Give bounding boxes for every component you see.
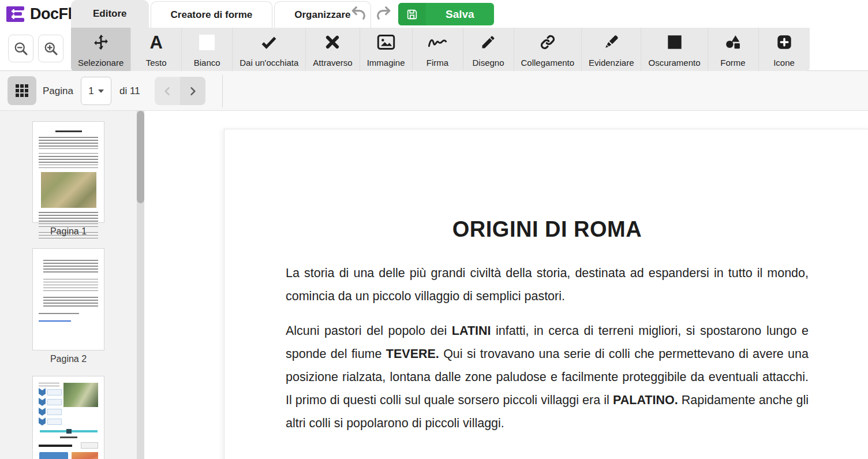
tool-strip: Selezionare A Testo Bianco Dai un'occhia… <box>71 28 810 71</box>
tool-testo-label: Testo <box>146 58 167 68</box>
thumbnail-timeline-bar <box>40 430 98 432</box>
tool-forme-label: Forme <box>720 58 745 68</box>
page-number-value: 1 <box>88 85 93 97</box>
tool-attraverso[interactable]: Attraverso <box>306 28 360 71</box>
para2-text: Alcuni pastori del popolo dei <box>286 324 452 338</box>
chevron-left-icon <box>162 85 173 97</box>
tool-disegno-label: Disegno <box>473 58 504 68</box>
shapes-icon <box>724 32 742 53</box>
document-paragraph-2: Alcuni pastori del popolo dei LATINI inf… <box>286 319 809 435</box>
check-icon <box>260 32 278 53</box>
thumbnail-page-2[interactable]: Pagina 2 <box>32 248 104 364</box>
para2-bold-palatino: PALATINO. <box>613 393 678 407</box>
tool-dai-unocchiata-label: Dai un'occhiata <box>240 58 298 68</box>
cross-icon <box>324 32 341 53</box>
thumbnail-aerial-image <box>41 172 96 208</box>
tool-disegno[interactable]: Disegno <box>463 28 514 71</box>
tool-firma-label: Firma <box>426 58 448 68</box>
move-icon <box>92 32 110 53</box>
page-label: Pagina <box>43 71 73 111</box>
tool-oscuramento-label: Oscuramento <box>648 58 700 68</box>
zoom-out-button[interactable] <box>8 35 33 62</box>
tool-bianco-label: Bianco <box>194 58 220 68</box>
image-icon <box>377 32 395 53</box>
thumbnail-grid-button[interactable] <box>8 76 36 105</box>
link-icon <box>539 32 556 53</box>
page-nav-bar: Pagina 1 di 11 <box>0 71 868 111</box>
docfly-logo[interactable]: DocFly <box>5 3 80 25</box>
tab-editore[interactable]: Editore <box>71 0 149 28</box>
tool-evidenziare-label: Evidenziare <box>589 58 634 68</box>
thumbnail-map-image <box>72 452 98 459</box>
tab-creatore-label: Creatore di forme <box>171 9 253 21</box>
redact-icon <box>667 32 683 53</box>
page-number-dropdown[interactable]: 1 <box>81 77 111 105</box>
page-pager <box>155 77 205 105</box>
content-area: Pagina 1 Pagina 2 <box>0 111 868 459</box>
document-paragraph-1: La storia di una delle più grandi civilt… <box>286 262 809 308</box>
thumbnail-page-1[interactable]: Pagina 1 <box>32 121 104 237</box>
tool-icone-label: Icone <box>773 58 795 68</box>
thumbnail-link-line <box>39 320 71 322</box>
tool-testo[interactable]: A Testo <box>131 28 182 71</box>
undo-icon <box>350 5 368 23</box>
highlighter-icon <box>603 32 620 53</box>
thumbnail-page-3-preview <box>32 376 104 459</box>
tool-evidenziare[interactable]: Evidenziare <box>582 28 641 71</box>
sidebar-scrollbar-track[interactable] <box>137 111 144 459</box>
undo-button[interactable] <box>349 4 369 24</box>
redo-icon <box>374 5 392 23</box>
top-bar: DocFly Editore Creatore di forme Organiz… <box>0 0 868 28</box>
toolbar: Selezionare A Testo Bianco Dai un'occhia… <box>0 28 868 71</box>
zoom-in-button[interactable] <box>38 35 63 62</box>
main-tabs: Editore Creatore di forme Organizzare <box>71 0 373 28</box>
grid-icon <box>16 84 28 97</box>
tab-organizzare-label: Organizzare <box>294 9 350 21</box>
redo-button[interactable] <box>373 4 393 24</box>
plus-icon <box>776 32 792 53</box>
pencil-icon <box>480 32 496 53</box>
thumbnail-page-1-label: Pagina 1 <box>32 226 104 237</box>
tool-collegamento-label: Collegamento <box>521 58 575 68</box>
thumbnail-page-1-preview <box>32 121 104 223</box>
tab-editore-label: Editore <box>93 8 127 20</box>
docfly-logo-icon <box>5 3 27 25</box>
text-icon: A <box>150 32 163 53</box>
page-total-label: di 11 <box>119 71 140 111</box>
previous-page-button[interactable] <box>155 77 180 105</box>
divider <box>222 74 223 107</box>
tool-attraverso-label: Attraverso <box>313 58 352 68</box>
tool-oscuramento[interactable]: Oscuramento <box>641 28 708 71</box>
thumbnail-page-2-label: Pagina 2 <box>32 354 104 364</box>
tool-selezionare[interactable]: Selezionare <box>71 28 131 71</box>
sidebar-scrollbar-thumb[interactable] <box>137 111 144 203</box>
para2-bold-tevere: TEVERE. <box>386 347 439 361</box>
save-floppy-icon <box>398 3 426 25</box>
document-canvas: ORIGINI DI ROMA La storia di una delle p… <box>144 111 868 459</box>
document-title: ORIGINI DI ROMA <box>286 217 809 242</box>
next-page-button[interactable] <box>180 77 205 105</box>
tool-forme[interactable]: Forme <box>708 28 759 71</box>
history-controls <box>349 4 393 24</box>
white-square-icon <box>199 32 215 53</box>
tab-creatore-di-forme[interactable]: Creatore di forme <box>151 1 273 28</box>
thumbnail-page-2-preview <box>32 248 104 350</box>
save-button[interactable]: Salva <box>398 3 494 25</box>
chevron-down-icon <box>98 89 104 93</box>
tool-immagine-label: Immagine <box>367 58 405 68</box>
thumbnail-diagram <box>39 452 69 459</box>
tool-bianco[interactable]: Bianco <box>182 28 233 71</box>
thumbnail-nature-image <box>63 383 98 407</box>
document-page: ORIGINI DI ROMA La storia di una delle p… <box>224 129 868 459</box>
zoom-controls <box>8 35 63 62</box>
para2-bold-latini: LATINI <box>452 324 491 338</box>
thumbnail-page-3[interactable]: Pagina 3 <box>32 376 104 459</box>
tool-dai-unocchiata[interactable]: Dai un'occhiata <box>233 28 306 71</box>
tool-firma[interactable]: Firma <box>413 28 463 71</box>
tool-icone[interactable]: Icone <box>759 28 810 71</box>
signature-icon <box>427 32 448 53</box>
tool-immagine[interactable]: Immagine <box>360 28 413 71</box>
tool-collegamento[interactable]: Collegamento <box>514 28 582 71</box>
zoom-out-icon <box>13 41 29 57</box>
thumbnail-sidebar: Pagina 1 Pagina 2 <box>0 111 144 459</box>
